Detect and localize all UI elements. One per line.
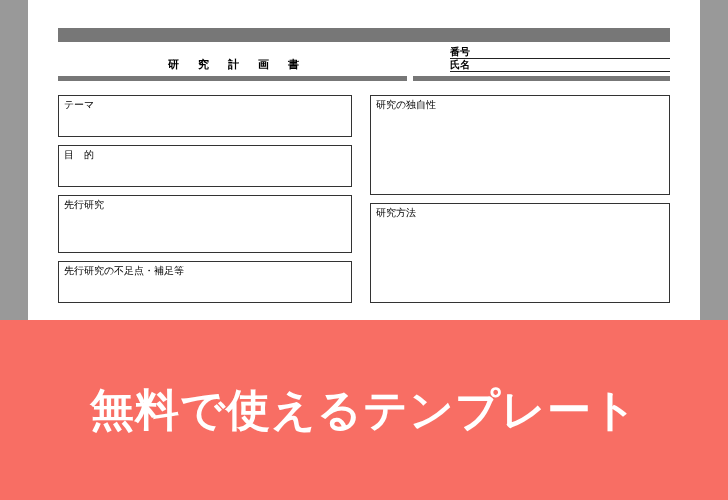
field-purpose: 目 的 xyxy=(58,145,352,187)
banner-text: 無料で使えるテンプレート xyxy=(90,381,638,440)
field-label: テーマ xyxy=(64,98,346,112)
document-page: 研 究 計 画 書 番号 氏名 テーマ xyxy=(28,0,700,320)
thin-bar-decoration xyxy=(58,76,670,81)
thin-bar-left xyxy=(58,76,407,81)
field-method: 研究方法 xyxy=(370,203,670,303)
field-label: 先行研究の不足点・補足等 xyxy=(64,264,346,278)
number-field: 番号 xyxy=(450,46,670,59)
thumbnail-container: 研 究 計 画 書 番号 氏名 テーマ xyxy=(0,0,728,500)
field-label: 研究方法 xyxy=(376,206,664,220)
top-bar-decoration xyxy=(58,28,670,42)
number-label: 番号 xyxy=(450,45,480,59)
field-label: 先行研究 xyxy=(64,198,346,212)
field-prior-research-gaps: 先行研究の不足点・補足等 xyxy=(58,261,352,303)
field-theme: テーマ xyxy=(58,95,352,137)
field-prior-research: 先行研究 xyxy=(58,195,352,253)
field-label: 目 的 xyxy=(64,148,346,162)
document-frame: 研 究 計 画 書 番号 氏名 テーマ xyxy=(0,0,728,320)
left-column: テーマ 目 的 先行研究 先行研究の不足点・補足等 xyxy=(58,95,352,303)
field-originality: 研究の独自性 xyxy=(370,95,670,195)
field-label: 研究の独自性 xyxy=(376,98,664,112)
right-column: 研究の独自性 研究方法 xyxy=(370,95,670,303)
header-fields: 番号 氏名 xyxy=(450,46,670,72)
document-header: 研 究 計 画 書 番号 氏名 xyxy=(58,44,670,74)
bottom-banner: 無料で使えるテンプレート xyxy=(0,320,728,500)
thin-bar-right xyxy=(413,76,670,81)
name-field: 氏名 xyxy=(450,59,670,72)
name-label: 氏名 xyxy=(450,58,480,72)
form-columns: テーマ 目 的 先行研究 先行研究の不足点・補足等 研究の独自性 xyxy=(58,95,670,303)
document-title: 研 究 計 画 書 xyxy=(168,57,450,72)
